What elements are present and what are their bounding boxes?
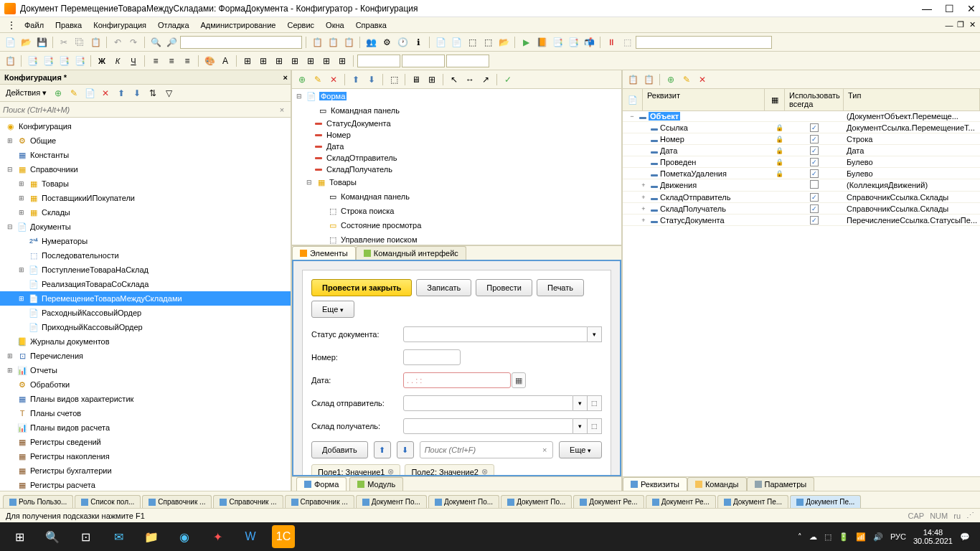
attr-delete-icon[interactable]: ✕ [695, 72, 710, 87]
tab-module[interactable]: Модуль [349, 477, 403, 491]
sort-icon[interactable]: ⇅ [146, 86, 160, 100]
form-icon-5[interactable]: ↔ [463, 72, 477, 87]
menu-debug[interactable]: Отладка [152, 19, 194, 32]
play-icon[interactable]: ▶ [519, 35, 533, 50]
doc-tab[interactable]: Документ По... [428, 495, 499, 508]
form-elements-tree[interactable]: ⊟📄Форма ▭Командная панель СтатусДокумент… [292, 89, 621, 245]
tb-icon-13[interactable]: 📙 [534, 35, 549, 50]
doc-tab[interactable]: Документ Пе... [790, 495, 861, 508]
undo-icon[interactable]: ↶ [110, 35, 125, 50]
system-tray[interactable]: ˄ ☁ ⬚ 🔋 📶 🔊 РУС 14:48 30.05.2021 💬 [798, 528, 977, 545]
print-button[interactable]: Печать [537, 279, 584, 296]
delete-element-icon[interactable]: ✕ [326, 72, 341, 87]
attr-row[interactable]: Дата🔒Дата [623, 145, 980, 156]
to-drop-icon[interactable]: ▾ [573, 418, 588, 434]
copy-icon[interactable]: ⿻ [72, 35, 87, 50]
post-button[interactable]: Провести [476, 279, 532, 296]
post-and-close-button[interactable]: Провести и закрыть [311, 279, 412, 296]
table-more-button[interactable]: Еще [559, 441, 602, 458]
doc-tab[interactable]: Документ По... [501, 495, 572, 508]
tb-icon-14[interactable]: 📑 [550, 35, 565, 50]
field-chip-1[interactable]: Поле1: Значение1⊗ [311, 464, 400, 476]
attr-add-icon[interactable]: ⊕ [664, 72, 678, 87]
tb-icon-5[interactable]: ⚙ [380, 35, 394, 50]
doc-tab[interactable]: Справочник ... [142, 495, 212, 508]
attr-row[interactable]: +Движения(КоллекцияДвижений) [623, 179, 980, 192]
menu-help[interactable]: Справка [350, 19, 392, 32]
fmt-icon-2[interactable]: 📑 [25, 54, 39, 68]
table-search-clear[interactable]: × [537, 446, 552, 454]
task-view-button[interactable]: ⊡ [69, 522, 102, 551]
cut-icon[interactable]: ✂ [57, 35, 71, 50]
height-drop[interactable] [402, 55, 445, 67]
doc-tab[interactable]: Документ По... [356, 495, 427, 508]
row-down-button[interactable]: ⬇ [397, 441, 414, 458]
config-search-input[interactable] [3, 105, 276, 114]
down-icon[interactable]: ⬇ [130, 86, 144, 100]
table-search-input[interactable] [420, 446, 537, 454]
tab-commands[interactable]: Команды [687, 477, 747, 491]
doc-tab[interactable]: Роль Пользо... [3, 495, 73, 508]
to-open-icon[interactable]: ⬚ [588, 418, 602, 434]
tb-icon-8[interactable]: 📄 [433, 35, 448, 50]
attr-row[interactable]: ПометкаУдаления🔒Булево [623, 168, 980, 179]
italic-icon[interactable]: К [110, 54, 125, 68]
form-icon-2[interactable]: 🖥 [409, 72, 423, 87]
tab-cmd-interface[interactable]: Командный интерфейс [356, 246, 466, 260]
bg-color-icon[interactable]: A [218, 54, 232, 68]
align-center-icon[interactable]: ≡ [164, 54, 179, 68]
tab-parameters[interactable]: Параметры [747, 477, 815, 491]
bold-icon[interactable]: Ж [95, 54, 109, 68]
wand-icon[interactable]: 📄 [83, 86, 97, 100]
edge-app[interactable]: ◉ [168, 522, 201, 551]
number-input[interactable] [403, 349, 461, 365]
underline-icon[interactable]: Ч [126, 54, 141, 68]
color-icon[interactable]: 🎨 [202, 54, 217, 68]
close-button[interactable]: ✕ [967, 3, 976, 14]
tb-icon-10[interactable]: ⬚ [465, 35, 479, 50]
minimize-button[interactable]: — [922, 3, 932, 14]
align-icon-3[interactable]: ⊞ [272, 54, 286, 68]
date-input[interactable]: . . : :▦ [403, 372, 511, 388]
explorer-app[interactable]: 📁 [135, 522, 168, 551]
tb-icon-4[interactable]: 👥 [364, 35, 378, 50]
menu-service[interactable]: Сервис [281, 19, 320, 32]
fmt-icon-1[interactable]: 📋 [3, 54, 17, 68]
mail-app[interactable]: ✉ [102, 522, 135, 551]
from-drop-icon[interactable]: ▾ [573, 395, 588, 411]
stop-icon[interactable]: ⏸ [604, 35, 618, 50]
menu-admin[interactable]: Администрирование [195, 19, 282, 32]
fmt-icon-4[interactable]: 📑 [57, 54, 71, 68]
group-icon[interactable]: ⊞ [335, 54, 349, 68]
attributes-table[interactable]: 📄 Реквизит ▦ Использовать всегда Тип −Об… [623, 89, 980, 476]
up-icon[interactable]: ⬆ [114, 86, 128, 100]
attr-row[interactable]: Номер🔒Строка [623, 133, 980, 145]
doc-tab[interactable]: Документ Ре... [573, 495, 644, 508]
menu-windows[interactable]: Окна [320, 19, 350, 32]
new-icon[interactable]: 📄 [3, 35, 17, 50]
spacing-drop[interactable] [446, 55, 489, 67]
doc-tab[interactable]: Документ Пе... [717, 495, 788, 508]
calendar-icon[interactable]: ▦ [512, 372, 526, 388]
mdi-restore-icon[interactable]: ❐ [956, 20, 966, 30]
doc-tab[interactable]: Справочник ... [285, 495, 354, 508]
align-icon-2[interactable]: ⊞ [256, 54, 270, 68]
edit-icon[interactable]: ✎ [67, 86, 81, 100]
align-icon-1[interactable]: ⊞ [240, 54, 255, 68]
row-up-button[interactable]: ⬆ [374, 441, 391, 458]
pane-close-icon[interactable]: × [283, 73, 288, 82]
add-icon[interactable]: ⊕ [51, 86, 65, 100]
menu-edit[interactable]: Правка [50, 19, 88, 32]
tb-icon-1[interactable]: 📋 [310, 35, 324, 50]
form-icon-6[interactable]: ↗ [479, 72, 493, 87]
maximize-button[interactable]: ☐ [945, 3, 954, 14]
tb-icon-6[interactable]: 🕐 [395, 35, 410, 50]
width-drop[interactable] [357, 55, 400, 67]
search-input[interactable] [180, 36, 302, 49]
clock[interactable]: 14:48 30.05.2021 [913, 528, 953, 545]
tb-icon-2[interactable]: 📋 [326, 35, 340, 50]
menu-file[interactable]: Файл [19, 19, 50, 32]
status-input[interactable] [403, 326, 588, 342]
tb-icon-3[interactable]: 📋 [341, 35, 356, 50]
to-warehouse-input[interactable] [403, 418, 573, 434]
